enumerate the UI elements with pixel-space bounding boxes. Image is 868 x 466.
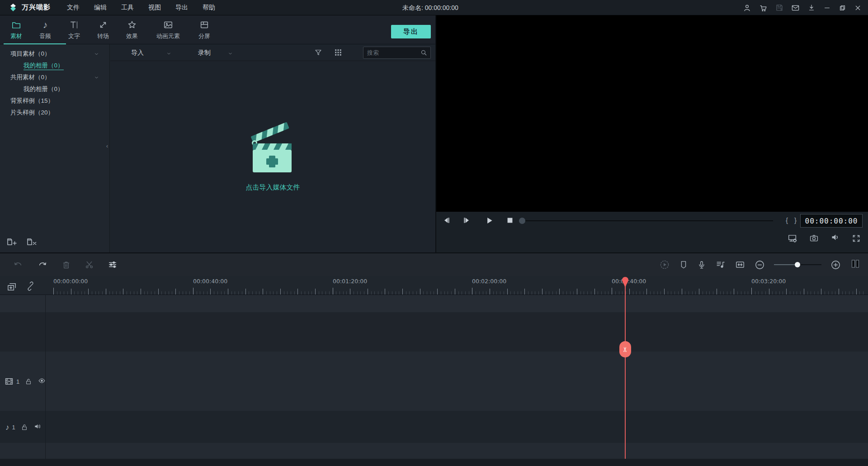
eye-icon[interactable] <box>38 377 46 386</box>
tab-audio[interactable]: ♪ 音频 <box>33 18 58 42</box>
playhead-pin[interactable] <box>622 276 629 290</box>
scissors-icon[interactable] <box>85 260 94 270</box>
tab-media[interactable]: 素材 <box>4 18 29 42</box>
next-frame-button[interactable] <box>462 216 471 227</box>
ruler-tick <box>660 291 661 295</box>
ruler-tick <box>758 291 759 295</box>
play-button[interactable] <box>485 216 494 227</box>
lock-icon[interactable] <box>25 378 32 385</box>
menu-tools[interactable]: 工具 <box>121 4 134 12</box>
redo-icon[interactable] <box>37 260 48 270</box>
playhead-line[interactable] <box>625 279 626 459</box>
import-media-dropzone[interactable]: 点击导入媒体文件 <box>110 61 435 252</box>
tab-media-label: 素材 <box>10 32 22 40</box>
fit-timeline-icon[interactable] <box>735 260 745 270</box>
sidebar-item-background-samples[interactable]: 背景样例（15） <box>0 95 109 107</box>
menu-file[interactable]: 文件 <box>67 4 80 12</box>
preview-video-area[interactable] <box>436 15 868 212</box>
sidebar-item-shared-media[interactable]: 共用素材（0） <box>0 71 109 83</box>
download-icon[interactable] <box>807 4 816 12</box>
render-preview-icon[interactable] <box>659 259 670 270</box>
chevron-down-icon[interactable] <box>94 52 99 57</box>
user-icon[interactable] <box>743 4 751 12</box>
menu-export[interactable]: 导出 <box>175 4 188 12</box>
filter-icon[interactable] <box>314 48 322 57</box>
tab-split-screen[interactable]: 分屏 <box>192 18 217 42</box>
mute-speaker-icon[interactable] <box>33 423 42 432</box>
video-track-lane[interactable] <box>0 352 868 411</box>
cart-icon[interactable] <box>759 4 768 12</box>
menu-edit[interactable]: 编辑 <box>94 4 107 12</box>
ruler-tick <box>755 291 755 295</box>
undo-icon[interactable] <box>13 260 24 270</box>
ruler-tick <box>402 289 403 295</box>
zoom-out-icon[interactable] <box>755 260 765 270</box>
mark-in-icon[interactable]: { <box>786 216 788 224</box>
tab-transitions[interactable]: 转场 <box>90 18 116 42</box>
ruler-tick <box>346 291 347 295</box>
restore-icon[interactable] <box>839 4 846 12</box>
panel-layout-icon[interactable] <box>850 258 861 271</box>
zoom-in-icon[interactable] <box>830 260 841 270</box>
stop-button[interactable] <box>505 216 514 227</box>
ruler-tick <box>409 291 410 295</box>
sidebar-item-intro-samples[interactable]: 片头样例（20） <box>0 107 109 119</box>
preview-timecode[interactable]: 00:00:00:00 <box>800 214 863 228</box>
ruler-tick <box>214 291 214 295</box>
marker-icon[interactable] <box>679 260 688 270</box>
timeline-lane-lower[interactable] <box>0 443 868 459</box>
ruler-tick <box>856 289 857 295</box>
ruler-tick <box>193 288 193 295</box>
mail-icon[interactable] <box>791 4 800 12</box>
audio-track-lane[interactable] <box>0 411 868 443</box>
mark-out-icon[interactable]: } <box>794 216 797 224</box>
timeline-lane-overlay[interactable] <box>0 312 868 352</box>
search-icon[interactable] <box>420 49 428 57</box>
snapshot-camera-icon[interactable] <box>809 233 819 243</box>
record-button[interactable]: 录制 <box>198 44 211 61</box>
search-input[interactable] <box>367 47 417 58</box>
search-box <box>363 47 431 59</box>
audio-mixer-icon[interactable] <box>715 260 726 270</box>
close-icon[interactable] <box>854 4 862 12</box>
export-button[interactable]: 导出 <box>391 25 431 38</box>
sidebar-item-my-album-project[interactable]: 我的相册（0） <box>0 60 109 71</box>
delete-icon[interactable] <box>61 260 71 270</box>
delete-folder-icon[interactable] <box>26 236 38 247</box>
tab-text[interactable]: 文字 <box>61 18 87 42</box>
sidebar-item-my-album-shared[interactable]: 我的相册（0） <box>0 83 109 95</box>
display-settings-icon[interactable] <box>788 233 797 243</box>
add-track-icon[interactable] <box>6 281 18 292</box>
adjust-icon[interactable] <box>108 260 118 270</box>
import-chevron-icon[interactable] <box>166 51 171 56</box>
import-button[interactable]: 导入 <box>131 44 144 61</box>
save-icon[interactable] <box>775 4 783 12</box>
timeline-zoom-slider[interactable] <box>774 262 821 268</box>
link-icon[interactable] <box>26 281 35 292</box>
sidebar-item-project-media[interactable]: 项目素材（0） <box>0 48 109 60</box>
menu-view[interactable]: 视图 <box>148 4 161 12</box>
seek-bar[interactable] <box>525 220 773 221</box>
menu-help[interactable]: 帮助 <box>203 4 215 12</box>
panel-collapse-icon[interactable]: ‹ <box>106 143 108 149</box>
ruler-tick <box>217 291 218 295</box>
playhead-scissors-badge[interactable]: ✂ <box>619 341 631 357</box>
timeline-lane-upper[interactable] <box>0 295 868 312</box>
grid-view-icon[interactable] <box>334 48 342 58</box>
chevron-down-icon[interactable] <box>94 75 99 80</box>
ruler-tick <box>682 289 682 295</box>
lock-icon[interactable] <box>21 423 28 431</box>
seek-handle[interactable] <box>519 218 525 224</box>
tab-elements[interactable]: 动画元素 <box>148 18 188 42</box>
tab-effects[interactable]: 效果 <box>119 18 145 42</box>
voiceover-mic-icon[interactable] <box>697 260 706 270</box>
zoom-slider-handle[interactable] <box>795 262 800 267</box>
minimize-icon[interactable] <box>823 4 831 12</box>
timeline-ruler[interactable]: 00:00:00:0000:00:40:0000:01:20:0000:02:0… <box>0 276 868 295</box>
record-chevron-icon[interactable] <box>228 51 233 56</box>
fullscreen-icon[interactable] <box>852 234 861 243</box>
previous-frame-button[interactable] <box>442 216 451 227</box>
volume-icon[interactable] <box>830 233 840 244</box>
add-folder-icon[interactable] <box>6 236 18 247</box>
ruler-tick <box>343 291 344 295</box>
